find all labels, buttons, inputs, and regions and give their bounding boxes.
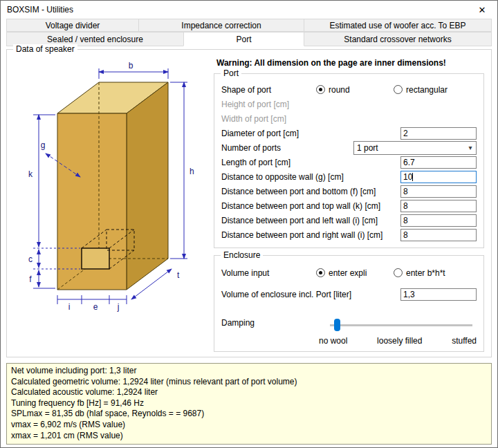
- volume-input-row: Volume input enter expli enter b*h*t: [221, 265, 477, 280]
- dim-label-e: e: [93, 302, 98, 312]
- radio-enter-bht[interactable]: enter b*h*t: [394, 268, 445, 278]
- diameter-of-port-label: Diameter of port [cm]: [221, 129, 299, 138]
- distance-right-wall-row: Distance between port and right wall (i)…: [221, 227, 477, 242]
- damping-label: Damping: [221, 318, 255, 328]
- damping-slider[interactable]: [319, 318, 477, 332]
- close-icon[interactable]: ✕: [467, 1, 497, 19]
- damping-scale: no wool loosely filled stuffed: [319, 336, 477, 346]
- width-of-port-row: Width of port [cm]: [221, 111, 477, 126]
- volume-input-radio-group: enter expli enter b*h*t: [316, 268, 477, 278]
- enclosure-group: Enclosure Volume input enter expli enter…: [214, 255, 484, 352]
- damping-slider-wrap: no wool loosely filled stuffed: [319, 318, 477, 346]
- port-group: Port Shape of port round rectangular: [214, 73, 484, 248]
- tab-port[interactable]: Port: [183, 32, 304, 46]
- dim-label-g: g: [41, 140, 46, 150]
- enclosure-diagram-area: b g k h c f i e j t: [12, 58, 210, 351]
- result-net-volume: Net volume including port: 1,3 liter: [11, 366, 487, 377]
- window-title: BOXSIM - Utilities: [7, 5, 73, 15]
- width-of-port-label: Width of port [cm]: [221, 114, 286, 124]
- tab-row-1: Voltage divider Impedance correction Est…: [1, 19, 497, 32]
- damping-row: Damping no wool loosely filled stuffed: [221, 318, 477, 346]
- radio-rectangular-label: rectangular: [406, 85, 448, 95]
- volume-of-enclosure-label: Volume of enclosure incl. Port [liter]: [221, 290, 351, 299]
- chevron-down-icon[interactable]: ▾: [465, 144, 476, 151]
- right-column: Warning: All dimension on the page are i…: [210, 58, 484, 351]
- data-of-speaker-group: Data of speaker: [6, 49, 492, 357]
- result-geometric-volume: Calculated geometric volume: 1,2924 lite…: [11, 377, 487, 388]
- damping-slider-track[interactable]: [330, 324, 472, 326]
- dim-label-t: t: [177, 270, 180, 280]
- enclosure-group-label: Enclosure: [221, 250, 263, 260]
- damping-scale-stuffed: stuffed: [452, 336, 477, 346]
- length-of-port-label: Length of port [cm]: [221, 158, 290, 167]
- volume-of-enclosure-row: Volume of enclosure incl. Port [liter]: [221, 287, 477, 301]
- result-acoustic-volume: Calculated acoustic volume: 1,2924 liter: [11, 387, 487, 398]
- distance-bottom-row: Distance between port and bottom (f) [cm…: [221, 184, 477, 198]
- dim-label-i: i: [68, 302, 71, 312]
- distance-right-wall-input[interactable]: [400, 229, 477, 241]
- number-of-ports-label: Number of ports: [221, 143, 281, 153]
- damping-scale-loosely-filled: loosely filled: [377, 336, 422, 346]
- radio-enter-explicit-label: enter expli: [329, 268, 367, 278]
- dim-label-f: f: [29, 274, 32, 284]
- radio-rectangular[interactable]: rectangular: [394, 85, 448, 95]
- dim-label-j: j: [117, 302, 120, 312]
- radio-enter-bht-icon[interactable]: [394, 268, 403, 277]
- radio-rectangular-icon[interactable]: [394, 85, 403, 94]
- result-vmax: vmax = 6,902 m/s (RMS value): [11, 420, 487, 431]
- shape-of-port-label: Shape of port: [221, 85, 271, 95]
- diameter-of-port-row: Diameter of port [cm]: [221, 126, 477, 140]
- shape-of-port-row: Shape of port round rectangular: [221, 82, 477, 97]
- result-splmax: SPLmax = 81,35 db (hlaf space, Reynolds …: [11, 409, 487, 420]
- distance-left-wall-input[interactable]: [400, 214, 477, 227]
- tab-standard-crossover-networks[interactable]: Standard crossover networks: [304, 32, 492, 46]
- damping-scale-no-wool: no wool: [319, 336, 347, 346]
- distance-bottom-label: Distance between port and bottom (f) [cm…: [221, 187, 376, 196]
- tab-voltage-divider[interactable]: Voltage divider: [6, 19, 139, 32]
- shape-radio-group: round rectangular: [316, 85, 477, 95]
- distance-top-wall-row: Distance between port and top wall (k) […: [221, 198, 477, 213]
- radio-enter-bht-label: enter b*h*t: [406, 268, 445, 278]
- distance-opposite-wall-label: Distance to opposite wall (g) [cm]: [221, 172, 344, 182]
- distance-opposite-wall-row: Distance to opposite wall (g) [cm]: [221, 169, 477, 184]
- tab-impedance-correction[interactable]: Impedance correction: [138, 19, 304, 32]
- length-of-port-row: Length of port [cm]: [221, 155, 477, 169]
- number-of-ports-select[interactable]: 1 port ▾: [353, 141, 477, 155]
- volume-input-label: Volume input: [221, 268, 269, 278]
- main-content: Data of speaker: [1, 49, 497, 445]
- titlebar: BOXSIM - Utilities ✕: [1, 1, 497, 19]
- enclosure-diagram: b g k h c f i e j t: [12, 58, 210, 317]
- tab-estimated-use-woofer[interactable]: Estimated use of woofer acc. To EBP: [304, 19, 492, 32]
- boxsim-utilities-window: BOXSIM - Utilities ✕ Voltage divider Imp…: [0, 0, 498, 448]
- volume-of-enclosure-input[interactable]: [400, 288, 477, 301]
- result-xmax: xmax = 1,201 cm (RMS value): [11, 431, 487, 442]
- results-panel: Net volume including port: 1,3 liter Cal…: [6, 363, 492, 445]
- radio-round[interactable]: round: [316, 85, 394, 95]
- radio-round-label: round: [329, 85, 350, 95]
- number-of-ports-row: Number of ports 1 port ▾: [221, 140, 477, 155]
- inner-dimensions-warning: Warning: All dimension on the page are i…: [216, 58, 484, 68]
- distance-top-wall-label: Distance between port and top wall (k) […: [221, 201, 380, 211]
- port-group-label: Port: [221, 68, 241, 78]
- dim-label-h: h: [190, 167, 194, 176]
- result-tuning-frequency: Tuning frequency fb [Hz] = 91,46 Hz: [11, 398, 487, 409]
- text-caret: [412, 173, 413, 181]
- distance-left-wall-row: Distance between port and left wall (i) …: [221, 213, 477, 227]
- number-of-ports-value: 1 port: [354, 143, 465, 153]
- damping-slider-thumb[interactable]: [334, 319, 340, 331]
- radio-round-icon[interactable]: [316, 85, 325, 94]
- distance-left-wall-label: Distance between port and left wall (i) …: [221, 216, 378, 225]
- port-opening: [82, 248, 109, 269]
- length-of-port-input[interactable]: [400, 156, 477, 169]
- distance-opposite-wall-wrap: [400, 171, 477, 183]
- dim-label-k: k: [28, 169, 33, 179]
- distance-top-wall-input[interactable]: [400, 200, 477, 212]
- distance-right-wall-label: Distance between port and right wall (i)…: [221, 230, 382, 240]
- diameter-of-port-input[interactable]: [400, 127, 477, 140]
- height-of-port-row: Height of port [cm]: [221, 97, 477, 111]
- radio-enter-explicit[interactable]: enter expli: [316, 268, 394, 278]
- distance-bottom-input[interactable]: [400, 185, 477, 198]
- data-of-speaker-label: Data of speaker: [13, 44, 77, 54]
- radio-enter-explicit-icon[interactable]: [316, 268, 325, 277]
- height-of-port-label: Height of port [cm]: [221, 100, 289, 109]
